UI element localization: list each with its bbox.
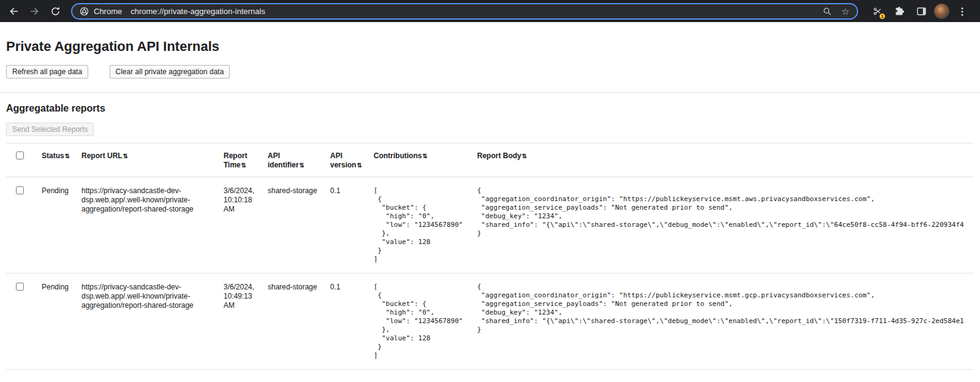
- table-header-row: Status⇅ Report URL⇅ Report Time⇅ API ide…: [6, 143, 974, 177]
- sort-icon: ⇅: [123, 153, 128, 159]
- table-row: Pending https://privacy-sandcastle-dev-d…: [6, 273, 974, 370]
- sort-icon: ⇅: [357, 162, 362, 169]
- cell-report-url: https://privacy-sandcastle-dev-dsp.web.a…: [75, 177, 217, 273]
- back-button[interactable]: [5, 2, 22, 20]
- cell-api-identifier: shared-storage: [262, 177, 324, 273]
- extension-action-icon[interactable]: 1: [868, 2, 886, 20]
- cell-api-version: 0.1: [324, 273, 368, 370]
- cell-contributions: [ { "bucket": { "high": "0", "low": "123…: [368, 177, 471, 273]
- contributions-json: [ { "bucket": { "high": "0", "low": "123…: [374, 283, 465, 360]
- select-all-header: [6, 143, 36, 177]
- row-checkbox[interactable]: [16, 186, 24, 194]
- select-all-checkbox[interactable]: [16, 151, 24, 159]
- back-arrow-icon: [9, 6, 19, 17]
- clear-all-button[interactable]: Clear all private aggregation data: [110, 65, 230, 78]
- table-row: Pending https://privacy-sandcastle-dev-d…: [6, 177, 974, 273]
- page-content: Private Aggregation API Internals Refres…: [0, 39, 980, 370]
- sort-icon: ⇅: [241, 162, 246, 169]
- cell-api-identifier: shared-storage: [262, 273, 324, 370]
- cell-api-version: 0.1: [324, 177, 368, 273]
- col-header-report-time[interactable]: Report Time⇅: [217, 143, 262, 177]
- page-title: Private Aggregation API Internals: [6, 39, 974, 55]
- section-divider: [0, 92, 980, 93]
- send-selected-reports-button[interactable]: Send Selected Reports: [6, 123, 94, 136]
- page-actions: Refresh all page data Clear all private …: [6, 65, 974, 78]
- sort-icon: ⇅: [65, 153, 70, 159]
- col-header-report-url[interactable]: Report URL⇅: [75, 143, 217, 177]
- reports-table: Status⇅ Report URL⇅ Report Time⇅ API ide…: [6, 143, 974, 370]
- report-body-json: { "aggregation_coordinator_origin": "htt…: [477, 186, 968, 238]
- cell-report-body: { "aggregation_coordinator_origin": "htt…: [471, 177, 974, 273]
- section-title: Aggregatable reports: [6, 103, 974, 114]
- menu-kebab-icon[interactable]: ⋮: [953, 2, 971, 20]
- cell-status: Pending: [36, 273, 75, 370]
- col-header-status[interactable]: Status⇅: [36, 143, 75, 177]
- contributions-json: [ { "bucket": { "high": "0", "low": "123…: [374, 186, 465, 264]
- reload-button[interactable]: [47, 2, 64, 20]
- row-select-cell: [6, 273, 36, 370]
- row-checkbox[interactable]: [16, 283, 24, 291]
- browser-toolbar: Chrome chrome://private-aggregation-inte…: [0, 0, 980, 22]
- cell-report-url: https://privacy-sandcastle-dev-dsp.web.a…: [75, 273, 217, 370]
- cell-contributions: [ { "bucket": { "high": "0", "low": "123…: [368, 273, 471, 370]
- refresh-all-button[interactable]: Refresh all page data: [6, 65, 88, 78]
- col-header-api-identifier[interactable]: API identifier⇅: [262, 143, 324, 177]
- cell-report-body: { "aggregation_coordinator_origin": "htt…: [471, 273, 974, 370]
- col-header-report-body[interactable]: Report Body⇅: [471, 143, 974, 177]
- report-body-json: { "aggregation_coordinator_origin": "htt…: [477, 283, 968, 334]
- chrome-logo-icon: [80, 7, 89, 16]
- extension-badge: 1: [878, 12, 886, 20]
- omnibox[interactable]: Chrome chrome://private-aggregation-inte…: [71, 3, 858, 20]
- profile-avatar[interactable]: [934, 4, 949, 19]
- zoom-icon[interactable]: [818, 2, 837, 20]
- row-select-cell: [6, 177, 36, 273]
- sort-icon: ⇅: [300, 162, 304, 169]
- cell-report-time: 3/6/2024, 10:10:18 AM: [217, 177, 262, 273]
- chrome-label: Chrome: [94, 7, 122, 16]
- bookmark-star-icon[interactable]: ☆: [842, 7, 850, 16]
- extensions-puzzle-icon[interactable]: [890, 2, 908, 20]
- col-header-contributions[interactable]: Contributions⇅: [368, 143, 471, 177]
- side-panel-icon[interactable]: [912, 2, 930, 20]
- sort-icon: ⇅: [522, 153, 527, 159]
- cell-report-time: 3/6/2024, 10:49:13 AM: [217, 273, 262, 370]
- cell-status: Pending: [36, 177, 75, 273]
- reload-icon: [50, 6, 61, 17]
- forward-arrow-icon: [29, 6, 40, 17]
- url-text: chrome://private-aggregation-internals: [130, 7, 265, 16]
- col-header-api-version[interactable]: API version⇅: [324, 143, 368, 177]
- forward-button[interactable]: [26, 2, 43, 20]
- sort-icon: ⇅: [423, 153, 428, 159]
